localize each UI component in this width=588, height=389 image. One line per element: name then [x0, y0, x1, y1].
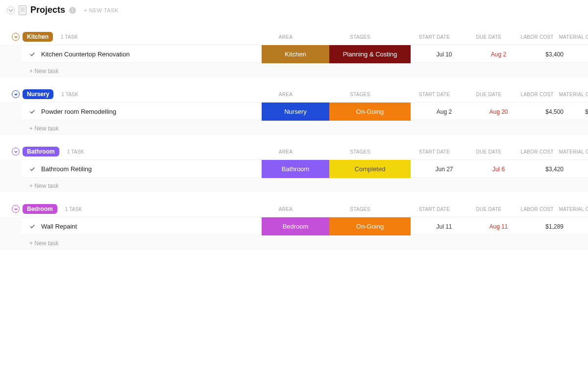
start-date-cell[interactable]: Jul 10: [411, 51, 478, 58]
column-header-stages[interactable]: STAGES: [319, 92, 401, 97]
column-header-due_date[interactable]: DUE DATE: [468, 207, 510, 212]
labor-cost-cell[interactable]: $1,289: [519, 223, 564, 230]
group-badge[interactable]: Bathroom: [23, 147, 59, 156]
task-count: 1 TASK: [61, 92, 78, 97]
column-header-labor_cost[interactable]: LABOR COST: [510, 34, 554, 40]
stage-tag[interactable]: Planning & Costing: [329, 45, 411, 63]
new-task-button[interactable]: + New task: [22, 178, 588, 189]
group-toggle-icon[interactable]: [12, 90, 20, 98]
column-header-area[interactable]: AREA: [252, 207, 319, 212]
due-date-cell[interactable]: Aug 11: [478, 223, 519, 230]
task-title-cell: Wall Repaint: [22, 223, 262, 230]
group-header: Bathroom1 TASKAREASTAGESSTART DATEDUE DA…: [0, 146, 588, 157]
group-header: Bedroom1 TASKAREASTAGESSTART DATEDUE DAT…: [0, 203, 588, 215]
group-badge[interactable]: Kitchen: [23, 32, 53, 42]
task-count: 1 TASK: [67, 149, 84, 155]
column-header-material_cost[interactable]: MATERIAL COST: [554, 92, 588, 97]
new-task-button[interactable]: + New task: [22, 235, 588, 247]
labor-cost-cell[interactable]: $4,500: [519, 108, 564, 115]
column-header-due_date[interactable]: DUE DATE: [468, 92, 510, 97]
group-toggle-icon[interactable]: [12, 33, 20, 41]
area-tag[interactable]: Nursery: [262, 103, 329, 121]
area-tag[interactable]: Bedroom: [262, 217, 329, 235]
new-task-header-button[interactable]: + NEW TASK: [84, 7, 119, 13]
task-row[interactable]: Kitchen Countertop RenovationKitchenPlan…: [22, 45, 588, 63]
column-header-due_date[interactable]: DUE DATE: [468, 149, 510, 155]
info-icon[interactable]: i: [69, 7, 76, 14]
task-name: Kitchen Countertop Renovation: [41, 51, 130, 58]
labor-cost-cell[interactable]: $3,420: [519, 166, 564, 173]
column-header-material_cost[interactable]: MATERIAL COST: [554, 34, 588, 40]
stage-tag[interactable]: On-Going: [329, 103, 411, 121]
group-toggle-icon[interactable]: [12, 148, 20, 156]
group-body: Powder room RemodellingNurseryOn-GoingAu…: [0, 102, 588, 135]
start-date-cell[interactable]: Jun 27: [411, 166, 478, 173]
column-header-start_date[interactable]: START DATE: [401, 92, 468, 97]
group-body: Kitchen Countertop RenovationKitchenPlan…: [0, 45, 588, 78]
task-row[interactable]: Bathroom RetilingBathroomCompletedJun 27…: [22, 159, 588, 178]
group-kitchen: Kitchen1 TASKAREASTAGESSTART DATEDUE DAT…: [0, 31, 588, 78]
column-header-stages[interactable]: STAGES: [319, 149, 401, 155]
task-title-cell: Powder room Remodelling: [22, 108, 262, 115]
check-icon[interactable]: [29, 224, 35, 230]
start-date-cell[interactable]: Jul 11: [411, 223, 478, 230]
stage-tag[interactable]: On-Going: [329, 217, 411, 235]
column-header-material_cost[interactable]: MATERIAL COST: [554, 207, 588, 212]
due-date-cell[interactable]: Aug 2: [478, 51, 519, 58]
new-task-button[interactable]: + New task: [22, 63, 588, 75]
list-header: Projects i + NEW TASK: [0, 0, 588, 20]
column-header-start_date[interactable]: START DATE: [401, 149, 468, 155]
material-cost-cell[interactable]: $5,595: [564, 51, 588, 58]
column-header-start_date[interactable]: START DATE: [401, 34, 468, 40]
column-header-due_date[interactable]: DUE DATE: [468, 34, 510, 40]
check-icon[interactable]: [29, 166, 35, 172]
column-header-area[interactable]: AREA: [252, 149, 319, 155]
material-cost-cell[interactable]: $982: [564, 166, 588, 173]
column-header-start_date[interactable]: START DATE: [401, 207, 468, 212]
new-task-button[interactable]: + New task: [22, 120, 588, 132]
group-header-left: Bedroom1 TASK: [12, 204, 252, 214]
check-icon[interactable]: [29, 52, 35, 57]
check-icon[interactable]: [29, 109, 35, 115]
group-header: Nursery1 TASKAREASTAGESSTART DATEDUE DAT…: [0, 88, 588, 100]
group-body: Bathroom RetilingBathroomCompletedJun 27…: [0, 159, 588, 192]
collapse-all-icon[interactable]: [7, 6, 15, 14]
material-cost-cell[interactable]: $4,200: [564, 223, 588, 230]
column-header-stages[interactable]: STAGES: [319, 34, 401, 40]
column-header-labor_cost[interactable]: LABOR COST: [510, 207, 554, 212]
group-bathroom: Bathroom1 TASKAREASTAGESSTART DATEDUE DA…: [0, 146, 588, 192]
due-date-cell[interactable]: Aug 20: [478, 108, 519, 115]
task-row[interactable]: Powder room RemodellingNurseryOn-GoingAu…: [22, 102, 588, 120]
task-row[interactable]: Wall RepaintBedroomOn-GoingJul 11Aug 11$…: [22, 217, 588, 235]
task-name: Wall Repaint: [41, 223, 77, 230]
group-bedroom: Bedroom1 TASKAREASTAGESSTART DATEDUE DAT…: [0, 203, 588, 250]
task-title-cell: Bathroom Retiling: [22, 165, 262, 173]
task-name: Bathroom Retiling: [41, 165, 92, 173]
material-cost-cell[interactable]: $456,456: [564, 108, 588, 115]
group-badge[interactable]: Bedroom: [23, 204, 57, 214]
column-header-labor_cost[interactable]: LABOR COST: [510, 149, 554, 155]
stage-tag[interactable]: Completed: [329, 160, 411, 178]
column-header-labor_cost[interactable]: LABOR COST: [510, 92, 554, 97]
column-header-area[interactable]: AREA: [252, 92, 319, 97]
task-name: Powder room Remodelling: [41, 108, 116, 115]
task-count: 1 TASK: [61, 34, 78, 40]
group-badge[interactable]: Nursery: [23, 89, 53, 99]
labor-cost-cell[interactable]: $3,400: [519, 51, 564, 58]
column-header-material_cost[interactable]: MATERIAL COST: [554, 149, 588, 155]
area-tag[interactable]: Bathroom: [262, 160, 329, 178]
document-icon: [19, 5, 26, 15]
group-header: Kitchen1 TASKAREASTAGESSTART DATEDUE DAT…: [0, 31, 588, 43]
column-header-area[interactable]: AREA: [252, 34, 319, 40]
due-date-cell[interactable]: Jul 6: [478, 166, 519, 173]
group-toggle-icon[interactable]: [12, 205, 20, 213]
column-header-stages[interactable]: STAGES: [319, 207, 401, 212]
group-nursery: Nursery1 TASKAREASTAGESSTART DATEDUE DAT…: [0, 88, 588, 135]
page-title: Projects: [30, 5, 65, 15]
group-header-left: Bathroom1 TASK: [12, 147, 252, 156]
area-tag[interactable]: Kitchen: [262, 45, 329, 63]
start-date-cell[interactable]: Aug 2: [411, 108, 478, 115]
group-header-left: Nursery1 TASK: [12, 89, 252, 99]
group-header-left: Kitchen1 TASK: [12, 32, 252, 42]
task-count: 1 TASK: [65, 207, 82, 212]
